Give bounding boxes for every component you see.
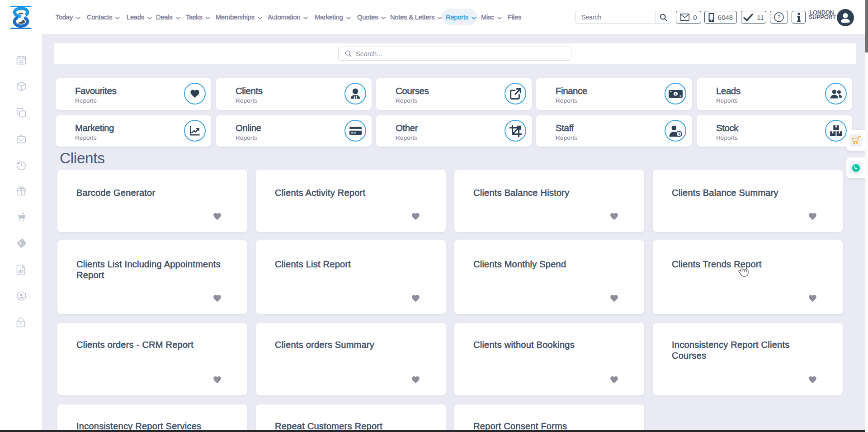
svg-text:1: 1 [675, 91, 677, 96]
svg-text:?: ? [778, 14, 781, 20]
svg-text:12: 12 [19, 59, 24, 64]
